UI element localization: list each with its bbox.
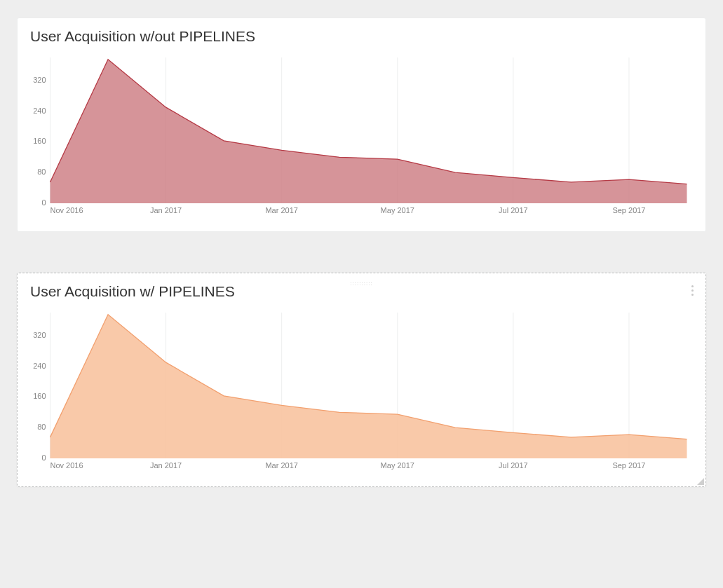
x-tick-label: Mar 2017 — [265, 461, 297, 470]
x-tick-label: Nov 2016 — [50, 461, 83, 470]
x-tick-label: Jan 2017 — [150, 206, 182, 214]
chart-panel-without-pipelines: User Acquisition w/out PIPELINES 0801602… — [17, 18, 706, 232]
x-tick-label: May 2017 — [381, 206, 414, 214]
y-tick-label: 320 — [33, 76, 46, 84]
y-tick-label: 0 — [41, 198, 46, 207]
x-tick-label: Jan 2017 — [150, 461, 182, 470]
x-tick-label: Sep 2017 — [612, 206, 645, 214]
x-tick-label: Sep 2017 — [612, 461, 645, 470]
y-tick-label: 240 — [33, 362, 46, 370]
panel-title: User Acquisition w/ PIPELINES — [30, 273, 693, 306]
x-tick-label: Jul 2017 — [499, 461, 528, 470]
drag-handle-icon[interactable]: :::::::::: — [350, 280, 372, 287]
y-tick-label: 160 — [33, 392, 46, 400]
y-tick-label: 80 — [37, 167, 46, 176]
chart-area[interactable]: 080160240320Nov 2016Jan 2017Mar 2017May … — [30, 50, 693, 219]
y-tick-label: 0 — [41, 453, 46, 462]
panel-title: User Acquisition w/out PIPELINES — [30, 18, 693, 50]
chart-panel-with-pipelines: :::::::::: User Acquisition w/ PIPELINES… — [17, 273, 706, 487]
y-tick-label: 320 — [33, 331, 46, 339]
panel-menu-button[interactable] — [687, 282, 697, 299]
y-tick-label: 240 — [33, 107, 46, 115]
x-tick-label: Nov 2016 — [50, 206, 83, 214]
chart-area[interactable]: 080160240320Nov 2016Jan 2017Mar 2017May … — [30, 306, 693, 474]
resize-handle-icon[interactable] — [697, 478, 704, 485]
y-tick-label: 160 — [33, 137, 46, 145]
x-tick-label: Jul 2017 — [499, 206, 528, 214]
x-tick-label: May 2017 — [381, 461, 414, 470]
x-tick-label: Mar 2017 — [265, 206, 297, 214]
y-tick-label: 80 — [37, 423, 46, 431]
